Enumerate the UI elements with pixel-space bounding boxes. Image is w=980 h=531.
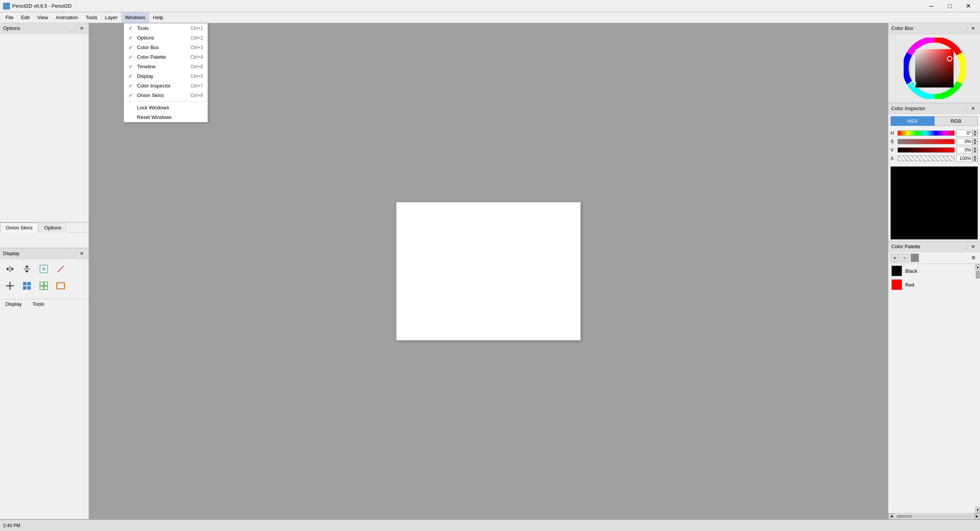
bottom-tab-display[interactable]: Display bbox=[0, 299, 27, 309]
menu-item-timeline[interactable]: Timeline Ctrl+6 bbox=[124, 62, 208, 71]
palette-scroll-up-btn[interactable]: ▲ bbox=[975, 264, 980, 270]
options-panel-title: Options bbox=[3, 25, 20, 31]
svg-rect-22 bbox=[915, 49, 954, 87]
alpha-up-btn[interactable]: ▲ bbox=[972, 155, 978, 158]
hue-slider-track[interactable] bbox=[898, 130, 955, 136]
palette-list: Black Red bbox=[888, 264, 975, 513]
menu-tools[interactable]: Tools bbox=[82, 12, 101, 23]
maximize-button[interactable]: □ bbox=[941, 0, 959, 12]
tab-onion-skins[interactable]: Onion Skins bbox=[0, 223, 38, 233]
alpha-slider-track[interactable] bbox=[898, 156, 955, 161]
display-tool-add[interactable] bbox=[3, 279, 17, 293]
menu-item-tools-shortcut: Ctrl+1 bbox=[191, 26, 203, 31]
val-slider-track[interactable] bbox=[898, 147, 955, 153]
display-tool-green-grid[interactable] bbox=[37, 279, 51, 293]
palette-menu-btn[interactable]: ≡ bbox=[969, 254, 978, 262]
hue-up-btn[interactable]: ▲ bbox=[972, 130, 978, 133]
palette-scroll-track-h[interactable] bbox=[896, 515, 972, 518]
sat-value-input[interactable] bbox=[956, 138, 972, 145]
color-wheel-container[interactable] bbox=[888, 34, 980, 103]
palette-scroll-left-btn[interactable]: ◀ bbox=[888, 513, 894, 519]
palette-horizontal-scrollbar[interactable]: ◀ ▶ bbox=[888, 513, 980, 519]
tab-hsv[interactable]: HSV bbox=[891, 116, 934, 126]
sat-label: S bbox=[891, 139, 896, 144]
menu-edit[interactable]: Edit bbox=[17, 12, 33, 23]
palette-scroll-down-btn[interactable]: ▼ bbox=[975, 507, 980, 513]
display-panel-close-btn[interactable]: ✕ bbox=[78, 250, 86, 257]
alpha-slider-row: A ▲ ▼ bbox=[891, 155, 978, 162]
app-title: Pencil2D v0.6.5 - Pencil2D bbox=[12, 3, 72, 9]
color-palette-restore-btn[interactable]: ⬜ bbox=[961, 243, 968, 251]
hue-value-input[interactable] bbox=[956, 130, 972, 137]
minimize-button[interactable]: ─ bbox=[922, 0, 940, 12]
color-box-restore-btn[interactable]: ⬜ bbox=[961, 25, 968, 32]
sat-down-btn[interactable]: ▼ bbox=[972, 142, 978, 145]
menu-item-onionskins[interactable]: Onion Skins Ctrl+8 bbox=[124, 91, 208, 100]
alpha-value-input[interactable] bbox=[956, 155, 972, 162]
color-inspector-restore-btn[interactable]: ⬜ bbox=[961, 105, 968, 112]
display-tool-rect-outline[interactable] bbox=[54, 279, 68, 293]
val-up-btn[interactable]: ▲ bbox=[972, 147, 978, 150]
black-swatch bbox=[891, 266, 902, 276]
close-button[interactable]: ✕ bbox=[959, 0, 977, 12]
menu-item-display[interactable]: Display Ctrl+5 bbox=[124, 71, 208, 81]
color-palette-close-btn[interactable]: ✕ bbox=[969, 243, 977, 251]
palette-item-black[interactable]: Black bbox=[888, 264, 975, 278]
palette-toolbar: + − ≡ bbox=[888, 252, 980, 264]
display-panel-header: Display ⬜ ✕ bbox=[0, 248, 89, 259]
menu-item-tools[interactable]: Tools Ctrl+1 bbox=[124, 23, 208, 33]
menu-file[interactable]: File bbox=[2, 12, 17, 23]
palette-swatch-btn[interactable] bbox=[911, 254, 919, 262]
menu-windows[interactable]: Windows bbox=[121, 12, 149, 23]
display-tool-vertical-flip[interactable] bbox=[20, 262, 34, 276]
color-box-close-btn[interactable]: ✕ bbox=[969, 25, 977, 32]
color-wheel[interactable] bbox=[904, 38, 965, 99]
palette-scroll-right-btn[interactable]: ▶ bbox=[974, 513, 980, 519]
palette-scroll-track[interactable] bbox=[975, 270, 980, 507]
display-tool-grid[interactable] bbox=[37, 262, 51, 276]
val-down-btn[interactable]: ▼ bbox=[972, 150, 978, 153]
menu-item-lockwindows[interactable]: Lock Windows bbox=[124, 103, 208, 112]
red-label: Red bbox=[905, 282, 914, 288]
palette-remove-btn[interactable]: − bbox=[901, 254, 909, 262]
options-panel-restore-btn[interactable]: ⬜ bbox=[69, 25, 77, 32]
palette-scroll-knob[interactable] bbox=[976, 271, 980, 279]
sat-slider-track[interactable] bbox=[898, 139, 955, 144]
color-box-header-btns: ⬜ ✕ bbox=[961, 25, 977, 32]
options-panel-close-btn[interactable]: ✕ bbox=[78, 25, 86, 32]
palette-add-btn[interactable]: + bbox=[891, 254, 899, 262]
display-panel-title: Display bbox=[3, 251, 20, 256]
val-value-input[interactable] bbox=[956, 147, 972, 153]
display-panel-restore-btn[interactable]: ⬜ bbox=[69, 250, 77, 257]
display-tool-diagonal[interactable] bbox=[54, 262, 68, 276]
tab-rgb[interactable]: RGB bbox=[934, 116, 978, 126]
menu-layer[interactable]: Layer bbox=[101, 12, 121, 23]
blue-grid-icon bbox=[22, 281, 31, 290]
menu-view[interactable]: View bbox=[33, 12, 52, 23]
menu-item-colorbox[interactable]: Color Box Ctrl+3 bbox=[124, 43, 208, 52]
hue-down-btn[interactable]: ▼ bbox=[972, 133, 978, 137]
tab-options[interactable]: Options bbox=[38, 223, 67, 233]
bottom-tab-tools[interactable]: Tools bbox=[27, 299, 49, 309]
sat-up-btn[interactable]: ▲ bbox=[972, 138, 978, 142]
val-spinners: ▲ ▼ bbox=[972, 147, 978, 153]
menu-animation[interactable]: Animation bbox=[52, 12, 82, 23]
palette-item-red[interactable]: Red bbox=[888, 278, 975, 292]
menu-item-colorinspector[interactable]: Color Inspector Ctrl+7 bbox=[124, 81, 208, 91]
svg-rect-12 bbox=[27, 282, 31, 285]
diagonal-line-icon bbox=[56, 264, 65, 274]
menu-help[interactable]: Help bbox=[149, 12, 167, 23]
alpha-down-btn[interactable]: ▼ bbox=[972, 158, 978, 162]
menu-item-colorbox-shortcut: Ctrl+3 bbox=[191, 45, 203, 50]
menu-item-options[interactable]: Options Ctrl+2 bbox=[124, 33, 208, 43]
svg-rect-13 bbox=[23, 286, 26, 290]
color-inspector-close-btn[interactable]: ✕ bbox=[969, 105, 977, 112]
display-tool-horizontal-flip[interactable] bbox=[3, 262, 17, 276]
color-palette-panel: Color Palette ⬜ ✕ + − ≡ Black bbox=[888, 241, 980, 519]
menu-item-options-label: Options bbox=[137, 35, 180, 41]
menu-item-resetwindows[interactable]: Reset Windows bbox=[124, 112, 208, 122]
horizontal-flip-icon bbox=[5, 265, 15, 273]
canvas-area[interactable] bbox=[89, 23, 888, 519]
menu-item-colorpalette[interactable]: Color Palette Ctrl+4 bbox=[124, 52, 208, 62]
display-tool-blue-grid[interactable] bbox=[20, 279, 34, 293]
